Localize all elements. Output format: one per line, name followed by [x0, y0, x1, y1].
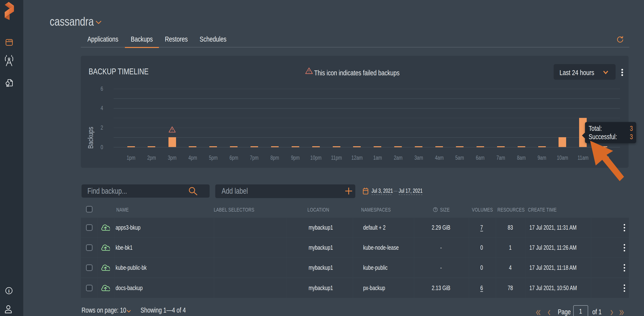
svg-text:i: i — [8, 288, 10, 294]
